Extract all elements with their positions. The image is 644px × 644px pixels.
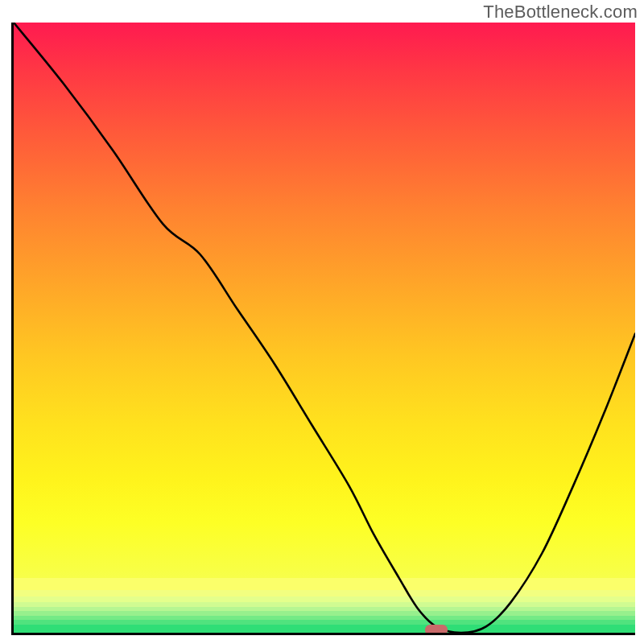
watermark-text: TheBottleneck.com — [483, 2, 638, 23]
chart-container: TheBottleneck.com — [0, 0, 644, 644]
plot-area — [11, 23, 635, 635]
chart-svg — [14, 23, 635, 633]
optimal-marker — [425, 625, 448, 633]
bottleneck-curve — [14, 23, 635, 633]
